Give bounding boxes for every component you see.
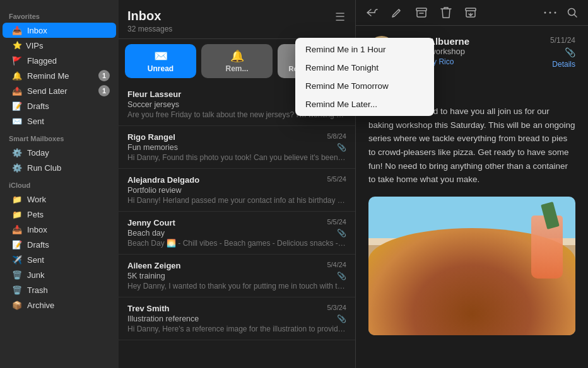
sidebar-item-drafts[interactable]: 📝 Drafts [3,98,116,113]
more-icon[interactable] [544,7,556,18]
archive-icon: 📦 [11,299,23,311]
icloud-sent-icon: ✈️ [11,254,23,265]
detail-toolbar [356,0,588,26]
star-icon: ⭐ [11,40,23,51]
mail-subject-rigo: Fun memories 📎 [127,143,346,152]
sidebar-item-vips[interactable]: ⭐ VIPs [3,38,116,53]
email-image [368,197,575,335]
mail-sender-alejandra: Alejandra Delgado [127,175,199,185]
remind-me-badge: 1 [98,70,110,81]
mail-list-title: Inbox [127,9,172,23]
filter-tab-unread[interactable]: ✉️ Unread [125,44,196,78]
send-later-badge: 1 [98,85,110,96]
mail-sender-rigo: Rigo Rangel [127,132,175,142]
mail-sender-fleur: Fleur Lasseur [127,89,181,99]
dropdown-item-1-hour[interactable]: Remind Me in 1 Hour [295,40,434,59]
svg-point-4 [555,12,556,14]
mail-preview-alejandra: Hi Danny! Herland passed me your contact… [127,196,346,205]
trash-icon: 🗑️ [11,284,23,296]
icloud-inbox-icon: 📥 [11,224,23,235]
sidebar-item-archive[interactable]: 📦 Archive [3,297,116,313]
mail-list-count: 32 messages [127,25,172,33]
mail-sender-aileen: Aileen Zeigen [127,261,181,270]
flag-icon: 🚩 [11,55,23,66]
mail-item-rigo[interactable]: Rigo Rangel 5/8/24 Fun memories 📎 Hi Dan… [119,126,355,169]
reminders-tab-icon: 🔔 [230,49,244,63]
mail-item-trev[interactable]: Trev Smith 5/3/24 Illustration reference… [119,297,355,340]
mail-preview-trev: Hi Danny, Here's a reference image for t… [127,325,346,333]
mail-date-aileen: 5/4/24 [327,261,346,268]
details-link[interactable]: Details [552,60,575,69]
mail-preview-rigo: Hi Danny, Found this photo you took! Can… [127,153,346,162]
reply-icon[interactable] [366,7,379,18]
attachment-icon-trev: 📎 [337,314,346,323]
attachment-detail-icon: 📎 [565,47,575,57]
attachment-icon-jenny: 📎 [337,229,346,238]
mail-subject-trev: Illustration reference 📎 [127,314,346,323]
mail-subject-alejandra: Portfolio review [127,186,346,195]
mail-item-aileen[interactable]: Aileen Zeigen 5/4/24 5K training 📎 Hey D… [119,255,355,297]
sidebar-item-flagged[interactable]: 🚩 Flagged [3,53,116,68]
mail-date-trev: 5/3/24 [327,304,346,311]
pets-folder-icon: 📁 [11,209,23,220]
junk-icon: 🗑️ [11,269,23,280]
sidebar-item-icloud-drafts[interactable]: 📝 Drafts [3,237,116,252]
sidebar-item-junk[interactable]: 🗑️ Junk [3,267,116,282]
mail-subject-jenny: Beach day 📎 [127,229,346,238]
sidebar-item-sent[interactable]: ✉️ Sent [3,113,116,129]
mail-list-header: Inbox 32 messages ☰ [119,0,355,39]
mail-date-jenny: 5/5/24 [327,218,346,226]
sidebar-item-send-later[interactable]: 📤 Send Later 1 [3,83,116,98]
dropdown-item-tomorrow[interactable]: Remind Me Tomorrow [295,77,434,95]
sidebar-item-trash[interactable]: 🗑️ Trash [3,282,116,297]
sent-icon: ✉️ [11,115,23,127]
attachment-icon-aileen: 📎 [337,272,346,280]
sidebar-item-remind-me[interactable]: 🔔 Remind Me 1 [3,68,116,83]
sidebar-item-pets[interactable]: 📁 Pets [3,207,116,222]
today-icon: ⚙️ [11,147,23,158]
unread-tab-icon: ✉️ [154,49,168,63]
remind-me-dropdown: Remind Me in 1 Hour Remind Me Tonight Re… [295,38,434,116]
mail-item-jenny[interactable]: Jenny Court 5/5/24 Beach day 📎 Beach Day… [119,212,355,255]
sidebar: Favorites 📥 Inbox ⭐ VIPs 🚩 Flagged 🔔 Rem… [0,0,119,368]
mail-preview-aileen: Hey Danny, I wanted to thank you for put… [127,282,346,290]
dropdown-item-tonight[interactable]: Remind Me Tonight [295,59,434,77]
mail-list: Inbox 32 messages ☰ ✉️ Unread 🔔 Rem... 👤… [119,0,356,368]
work-folder-icon: 📁 [11,193,23,205]
inbox-icon: 📥 [11,25,23,36]
favorites-section-label: Favorites [0,6,119,23]
svg-point-2 [544,12,546,14]
sidebar-item-today[interactable]: ⚙️ Today [3,145,116,160]
sidebar-item-icloud-inbox[interactable]: 📥 Inbox [3,222,116,237]
mail-date-rigo: 5/8/24 [327,132,346,140]
mail-subject-aileen: 5K training 📎 [127,272,346,280]
sidebar-item-icloud-sent[interactable]: ✈️ Sent [3,252,116,267]
attachment-icon-rigo: 📎 [337,143,346,152]
filter-tab-reminders[interactable]: 🔔 Rem... [201,44,273,78]
send-later-icon: 📤 [11,85,23,96]
compose-icon[interactable] [391,7,403,18]
move-icon[interactable] [464,7,477,18]
mail-sender-trev: Trev Smith [127,304,169,313]
sidebar-item-run-club[interactable]: ⚙️ Run Club [3,160,116,175]
mail-preview-jenny: Beach Day 🌅 - Chill vibes - Beach games … [127,239,346,248]
mail-item-alejandra[interactable]: Alejandra Delgado 5/5/24 Portfolio revie… [119,169,355,212]
delete-toolbar-icon[interactable] [440,6,452,19]
filter-icon[interactable]: ☰ [334,9,346,25]
email-date: 5/11/24 [550,36,575,45]
run-club-icon: ⚙️ [11,162,23,173]
icloud-section-label: iCloud [0,175,119,192]
dropdown-item-later[interactable]: Remind Me Later... [295,95,434,113]
sidebar-item-work[interactable]: 📁 Work [3,192,116,207]
svg-point-3 [550,12,551,14]
smart-mailboxes-section-label: Smart Mailboxes [0,129,119,145]
mail-items: Fleur Lasseur 5/10/24 Soccer jerseys Are… [119,83,355,368]
mail-sender-jenny: Jenny Court [127,218,175,227]
search-icon[interactable] [567,7,578,18]
svg-rect-0 [416,8,426,11]
drafts-icon: 📝 [11,100,23,112]
sidebar-item-inbox[interactable]: 📥 Inbox [3,23,116,38]
archive-toolbar-icon[interactable] [415,7,428,18]
svg-rect-1 [466,8,476,11]
mail-date-alejandra: 5/5/24 [327,175,346,183]
